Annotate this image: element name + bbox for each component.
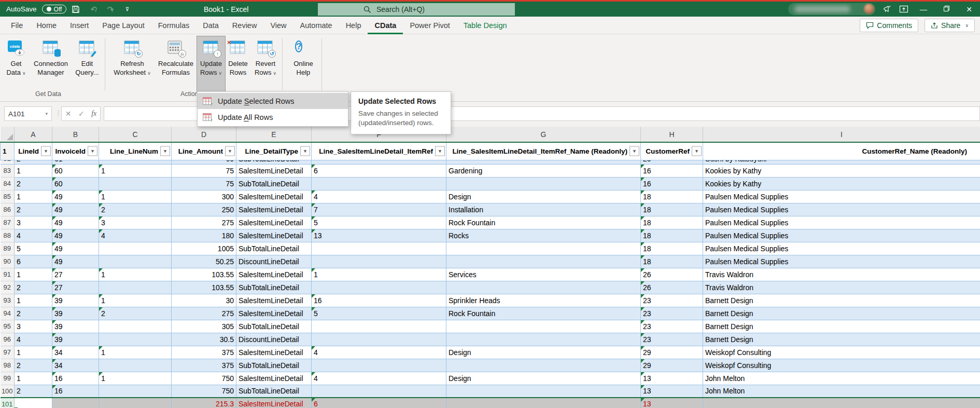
cell-detailtype[interactable]: SubTotalLineDetail [236, 385, 312, 398]
cell-lineid[interactable]: 5 [15, 242, 52, 255]
menu-item[interactable]: ↑ Update Selected Rows [198, 93, 348, 109]
cell-lineid[interactable]: 3 [15, 216, 52, 229]
cell-customerref[interactable]: 13 [641, 398, 703, 408]
table-column-header[interactable]: Line_DetailType ▾ [236, 142, 312, 160]
cell-itemref-name[interactable]: Rock Fountain [446, 307, 641, 320]
cell-customerref[interactable]: 23 [641, 320, 703, 333]
cell-linenum[interactable] [99, 359, 172, 372]
autosave-toggle[interactable]: Off [42, 5, 67, 13]
cell-invoiceid[interactable]: 39 [52, 333, 99, 346]
cell-detailtype[interactable]: SalesItemLineDetail [236, 346, 312, 359]
cell-customerref-name[interactable]: John Melton [703, 385, 980, 398]
column-header-letter[interactable]: B [52, 127, 99, 142]
table-column-header[interactable]: Line_SalesItemLineDetail_ItemRef ▾ [312, 142, 446, 160]
cell-itemref[interactable] [312, 255, 446, 268]
filter-dropdown-button[interactable]: ▾ [88, 146, 97, 156]
cell-itemref[interactable]: 1 [312, 268, 446, 281]
cell-customerref-name[interactable]: Paulsen Medical Supplies [703, 190, 980, 203]
cell-customerref-name[interactable]: Barnett Design [703, 307, 980, 320]
cell-linenum[interactable]: 1 [99, 190, 172, 203]
comments-button[interactable]: Comments [860, 19, 918, 32]
cell-detailtype[interactable]: SalesItemLineDetail [236, 190, 312, 203]
cell-itemref-name[interactable]: Installation [446, 203, 641, 216]
ribbon-tab[interactable]: Home [30, 17, 63, 34]
cell-invoiceid[interactable]: 39 [52, 307, 99, 320]
filter-dropdown-button[interactable]: ▾ [435, 146, 445, 156]
cell-amount[interactable]: 75 [172, 164, 236, 177]
cell-customerref-name[interactable]: Barnett Design [703, 333, 980, 346]
cell-customerref[interactable]: 23 [641, 333, 703, 346]
cell-itemref[interactable] [312, 320, 446, 333]
cell-detailtype[interactable]: SalesItemLineDetail [236, 398, 312, 408]
redo-icon[interactable]: ↷∨ [105, 5, 116, 14]
confirm-entry-icon[interactable]: ✓ [78, 110, 85, 118]
ribbon-tab[interactable]: Data [196, 17, 226, 34]
cell-itemref-name[interactable]: Rocks [446, 229, 641, 242]
search-input[interactable]: Search (Alt+Q) [318, 3, 515, 16]
ribbon-tab[interactable]: Table Design [457, 17, 514, 34]
ribbon-tab[interactable]: Review [226, 17, 264, 34]
cell-amount[interactable]: 103.55 [172, 268, 236, 281]
cell-amount[interactable]: 375 [172, 359, 236, 372]
undo-icon[interactable]: ↶∨ [88, 5, 100, 14]
cell-invoiceid[interactable]: 49 [52, 255, 99, 268]
cell-customerref[interactable]: 29 [641, 359, 703, 372]
connection-manager-button[interactable]: ConnectionManager [30, 36, 72, 91]
row-number[interactable]: 91 [1, 268, 15, 281]
cell-invoiceid[interactable]: 49 [52, 242, 99, 255]
cell-lineid[interactable]: 1 [15, 268, 52, 281]
cell-detailtype[interactable]: SubTotalLineDetail [236, 359, 312, 372]
ribbon-tab[interactable]: Power Pivot [403, 17, 456, 34]
cell-itemref[interactable] [312, 333, 446, 346]
cell-itemref-name[interactable] [446, 359, 641, 372]
column-header-letter[interactable]: E [236, 127, 312, 142]
column-header-letter[interactable]: I [703, 127, 980, 142]
filter-dropdown-button[interactable]: ▾ [160, 146, 170, 156]
feedback-megaphone-icon[interactable] [883, 5, 892, 14]
ribbon-tab[interactable]: File [4, 17, 30, 34]
table-column-header[interactable]: CustomerRef_Name (Readonly) [703, 142, 980, 160]
cell-itemref[interactable]: 5 [312, 307, 446, 320]
row-number[interactable]: 99 [1, 372, 15, 385]
cell-linenum[interactable]: 1 [99, 346, 172, 359]
filter-dropdown-button[interactable]: ▾ [300, 146, 310, 156]
cell-customerref-name[interactable]: John Melton [703, 372, 980, 385]
get-data-button[interactable]: cdata GetData∨ [3, 36, 29, 91]
cell-amount[interactable]: 30 [172, 294, 236, 307]
cell-itemref[interactable] [312, 385, 446, 398]
cell-detailtype[interactable]: SubTotalLineDetail [236, 242, 312, 255]
table-column-header[interactable]: Line_SalesItemLineDetail_ItemRef_Name (R… [446, 142, 641, 160]
cell-itemref[interactable] [312, 177, 446, 190]
name-box[interactable]: A101 ▾ [4, 106, 52, 121]
ribbon-tab[interactable]: Page Layout [95, 17, 151, 34]
cell-customerref[interactable]: 26 [641, 268, 703, 281]
ribbon-tab[interactable]: Formulas [151, 17, 196, 34]
cell-detailtype[interactable]: SalesItemLineDetail [236, 307, 312, 320]
cell-lineid[interactable]: 2 [15, 385, 52, 398]
cell-amount[interactable]: 1005 [172, 242, 236, 255]
column-header-letter[interactable]: G [446, 127, 641, 142]
row-number[interactable]: 96 [1, 333, 15, 346]
table-column-header[interactable]: Line_Amount ▾ [172, 142, 236, 160]
cell-itemref[interactable]: 5 [312, 216, 446, 229]
cell-lineid[interactable]: 2 [15, 177, 52, 190]
cell-customerref-name[interactable]: Kookies by Kathy [703, 164, 980, 177]
cell-itemref-name[interactable]: Rock Fountain [446, 216, 641, 229]
cell-itemref[interactable] [312, 281, 446, 294]
cell-invoiceid[interactable]: 16 [52, 385, 99, 398]
restore-button[interactable] [939, 5, 954, 13]
cell-customerref-name[interactable]: Weiskopf Consulting [703, 346, 980, 359]
cell-amount[interactable]: 180 [172, 229, 236, 242]
cell-customerref-name[interactable]: Paulsen Medical Supplies [703, 255, 980, 268]
cell-lineid[interactable] [15, 398, 52, 408]
save-icon[interactable] [72, 5, 83, 13]
cell-amount[interactable]: 215.3 [172, 398, 236, 408]
edit-query-button[interactable]: EditQuery... [73, 36, 102, 91]
column-header-letter[interactable]: C [99, 127, 172, 142]
cell-invoiceid[interactable]: 34 [52, 359, 99, 372]
table-column-header[interactable]: InvoiceId ▾ [52, 142, 99, 160]
cell-itemref-name[interactable]: Sprinkler Heads [446, 294, 641, 307]
cell-invoiceid[interactable]: 16 [52, 372, 99, 385]
row-number[interactable]: 92 [1, 281, 15, 294]
cell-amount[interactable]: 30.5 [172, 333, 236, 346]
